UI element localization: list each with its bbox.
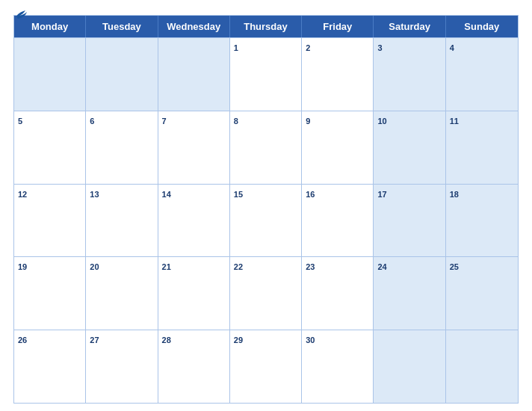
weekday-header-sunday: Sunday	[446, 16, 518, 37]
day-number: 11	[450, 117, 459, 126]
logo-bird-icon	[15, 9, 28, 19]
calendar-cell: 12	[14, 185, 86, 257]
calendar-cell: 28	[158, 330, 230, 403]
day-number: 22	[234, 262, 243, 271]
calendar-cell: 11	[446, 111, 518, 184]
calendar-cell: 16	[302, 185, 374, 257]
day-number: 25	[450, 262, 459, 271]
week-row-4: 19202122232425	[14, 256, 518, 330]
day-number: 15	[234, 190, 243, 199]
calendar-cell: 10	[374, 111, 445, 184]
calendar-body: 1234567891011121314151617181920212223242…	[14, 37, 518, 403]
calendar-grid: MondayTuesdayWednesdayThursdayFridaySatu…	[13, 15, 519, 404]
day-number: 1	[234, 43, 238, 52]
calendar-cell	[446, 330, 518, 403]
page: MondayTuesdayWednesdayThursdayFridaySatu…	[0, 0, 532, 411]
weekday-header-friday: Friday	[302, 16, 374, 37]
day-number: 12	[18, 190, 27, 199]
calendar-cell: 21	[158, 257, 230, 330]
day-number: 7	[162, 117, 167, 126]
day-number: 8	[234, 117, 238, 126]
calendar-cell	[86, 38, 158, 111]
calendar-cell: 3	[374, 38, 445, 111]
day-number: 30	[306, 336, 315, 344]
calendar-cell: 5	[14, 111, 86, 184]
logo	[13, 9, 28, 19]
weekday-header-row: MondayTuesdayWednesdayThursdayFridaySatu…	[14, 16, 518, 37]
day-number: 5	[18, 117, 22, 126]
calendar-cell: 29	[230, 330, 302, 403]
calendar-cell: 24	[374, 257, 445, 330]
day-number: 26	[18, 336, 27, 344]
weekday-header-tuesday: Tuesday	[86, 16, 158, 37]
calendar-cell: 27	[86, 330, 158, 403]
day-number: 20	[90, 262, 99, 271]
day-number: 3	[377, 43, 382, 52]
calendar-cell: 30	[302, 330, 374, 403]
week-row-2: 567891011	[14, 111, 518, 184]
calendar-cell: 19	[14, 257, 86, 330]
logo-blue-row	[13, 9, 28, 19]
week-row-3: 12131415161718	[14, 184, 518, 257]
day-number: 23	[306, 262, 315, 271]
calendar-cell	[374, 330, 445, 403]
day-number: 4	[450, 43, 454, 52]
day-number: 16	[306, 190, 315, 199]
day-number: 21	[162, 262, 171, 271]
calendar-cell	[158, 38, 230, 111]
calendar-cell: 15	[230, 185, 302, 257]
day-number: 19	[18, 262, 27, 271]
calendar-cell: 1	[230, 38, 302, 111]
calendar-cell: 8	[230, 111, 302, 184]
calendar-cell: 13	[86, 185, 158, 257]
day-number: 10	[377, 117, 386, 126]
calendar-cell: 7	[158, 111, 230, 184]
calendar-cell: 9	[302, 111, 374, 184]
day-number: 14	[162, 190, 171, 199]
calendar-cell: 20	[86, 257, 158, 330]
day-number: 29	[234, 336, 243, 344]
calendar-cell	[14, 38, 86, 111]
day-number: 17	[377, 190, 386, 199]
calendar-cell: 22	[230, 257, 302, 330]
week-row-1: 1234	[14, 37, 518, 111]
calendar-cell: 6	[86, 111, 158, 184]
day-number: 9	[306, 117, 310, 126]
day-number: 2	[306, 43, 310, 52]
day-number: 13	[90, 190, 99, 199]
day-number: 28	[162, 336, 171, 344]
calendar-cell: 23	[302, 257, 374, 330]
calendar-cell: 17	[374, 185, 445, 257]
calendar-cell: 26	[14, 330, 86, 403]
weekday-header-thursday: Thursday	[230, 16, 302, 37]
calendar-cell: 4	[446, 38, 518, 111]
weekday-header-wednesday: Wednesday	[158, 16, 230, 37]
day-number: 6	[90, 117, 94, 126]
calendar-header	[13, 7, 519, 10]
day-number: 18	[450, 190, 459, 199]
calendar-cell: 25	[446, 257, 518, 330]
calendar-cell: 18	[446, 185, 518, 257]
weekday-header-saturday: Saturday	[374, 16, 445, 37]
calendar-cell: 14	[158, 185, 230, 257]
day-number: 27	[90, 336, 99, 344]
week-row-5: 2627282930	[14, 330, 518, 403]
day-number: 24	[377, 262, 386, 271]
calendar-cell: 2	[302, 38, 374, 111]
